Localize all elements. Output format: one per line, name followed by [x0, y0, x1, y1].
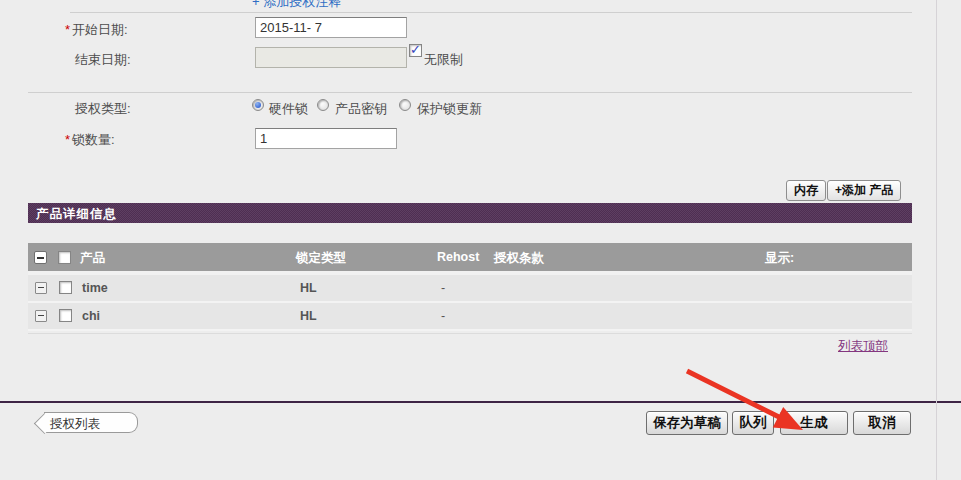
- section-divider: [28, 92, 912, 93]
- queue-button[interactable]: 队列: [732, 411, 774, 435]
- unlimited-label: 无限制: [424, 51, 463, 69]
- collapse-row-icon[interactable]: [35, 282, 47, 294]
- collapse-all-icon[interactable]: [34, 251, 47, 264]
- collapse-row-icon[interactable]: [35, 310, 47, 322]
- row-checkbox[interactable]: [59, 281, 72, 294]
- cell-lock-type: HL: [300, 281, 317, 295]
- footer-divider: [0, 401, 961, 403]
- top-of-list-link[interactable]: 列表顶部: [838, 338, 888, 355]
- cancel-button[interactable]: 取消: [853, 411, 911, 435]
- row-checkbox[interactable]: [59, 309, 72, 322]
- end-date-input[interactable]: [255, 47, 407, 68]
- plus-icon: +: [252, 0, 260, 9]
- radio-product-key[interactable]: [317, 99, 329, 111]
- unlimited-checkbox[interactable]: [409, 44, 422, 57]
- required-asterisk: *: [65, 22, 70, 37]
- table-row: time HL -: [28, 275, 912, 303]
- license-type-label: 授权类型:: [75, 100, 131, 118]
- top-divider: [70, 12, 912, 13]
- column-lock-type: 锁定类型: [296, 250, 346, 267]
- add-license-note-link[interactable]: + 添加授权注释: [252, 0, 341, 11]
- start-date-label: *开始日期:: [65, 21, 128, 39]
- back-to-license-list-button[interactable]: 授权列表: [44, 412, 138, 433]
- radio-key-update[interactable]: [399, 99, 411, 111]
- generate-button[interactable]: 生成: [780, 411, 848, 435]
- table-bottom-border: [28, 333, 912, 334]
- column-product: 产品: [80, 250, 105, 267]
- show-filter-label: 显示:: [765, 250, 794, 267]
- save-draft-button[interactable]: 保存为草稿: [646, 411, 728, 435]
- end-date-label: 结束日期:: [75, 51, 131, 69]
- license-entitlement-form-page: + 添加授权注释 *开始日期: 结束日期: 无限制 授权类型: 硬件锁 产品密钥…: [0, 0, 961, 480]
- radio-key-update-label: 保护锁更新: [417, 100, 482, 118]
- lock-count-label: *锁数量:: [65, 131, 115, 149]
- radio-product-key-label: 产品密钥: [335, 100, 387, 118]
- memory-button[interactable]: 内存: [786, 180, 826, 201]
- add-product-button[interactable]: +添加 产品: [827, 180, 901, 201]
- annotation-arrow: [0, 0, 961, 480]
- lock-count-input[interactable]: [255, 128, 397, 149]
- cell-product: time: [82, 281, 108, 295]
- product-details-header: 产品详细信息: [28, 203, 912, 223]
- start-date-input[interactable]: [255, 17, 407, 38]
- radio-hardware-key[interactable]: [252, 99, 264, 111]
- cell-lock-type: HL: [300, 309, 317, 323]
- radio-hardware-key-label: 硬件锁: [269, 100, 308, 118]
- product-table-header: 产品 锁定类型 Rehost 授权条款 显示: 可配置的: [28, 243, 912, 271]
- select-all-checkbox[interactable]: [58, 251, 71, 264]
- required-asterisk: *: [65, 132, 70, 147]
- cell-rehost: -: [441, 309, 445, 323]
- right-border: [936, 0, 937, 480]
- table-row: chi HL -: [28, 303, 912, 331]
- cell-product: chi: [82, 309, 100, 323]
- product-details-title: 产品详细信息: [36, 206, 117, 223]
- column-license-terms: 授权条款: [494, 250, 544, 267]
- cell-rehost: -: [441, 281, 445, 295]
- column-rehost: Rehost: [437, 250, 479, 264]
